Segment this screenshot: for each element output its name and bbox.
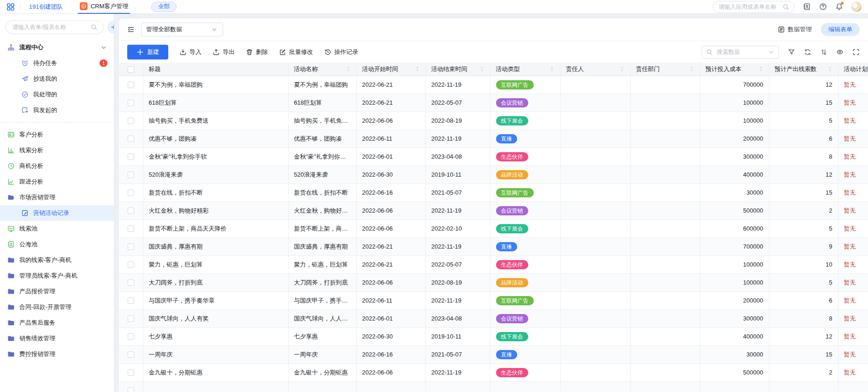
team-name[interactable]: 191创建团队 (26, 3, 66, 11)
table-row[interactable]: 金秋"豪"礼拿到你手软金秋"豪"礼拿到你手软2022-06-012023-04-… (119, 148, 868, 166)
sidebar-item-marketing-management[interactable]: 市场营销管理 (0, 190, 114, 205)
table-row[interactable]: 与国庆甲子，携手奏华章与国庆甲子，携手奏华章2022-06-112022-11-… (119, 291, 868, 309)
table-row[interactable]: 一周年庆一周年庆2022-06-162021-05-07直播3000015暂无 (119, 345, 868, 363)
row-checkbox[interactable] (128, 315, 134, 322)
sort-caret-icon[interactable] (479, 66, 484, 71)
row-checkbox[interactable] (128, 172, 134, 178)
sidebar-item-followup-analysis[interactable]: 跟进分析 (0, 174, 114, 190)
table-row[interactable]: 618巨划算618巨划算2022-06-212022-05-07会议营销1000… (119, 94, 868, 112)
column-header-owner[interactable]: 责任人 (560, 63, 630, 76)
sidebar-item-process-center[interactable]: 流程中心 (0, 40, 114, 55)
row-checkbox[interactable] (128, 333, 134, 340)
row-checkbox[interactable] (128, 118, 134, 124)
sidebar-item-todo-tasks[interactable]: 待办任务1 (0, 55, 114, 71)
sidebar-item-admin-leads-customers[interactable]: 管理员线索-客户-商机 (0, 268, 114, 284)
column-header-name[interactable]: 活动名称 (288, 63, 356, 76)
sidebar-item-after-sales-service[interactable]: 产品售后服务 (0, 315, 114, 331)
fullscreen-icon[interactable] (852, 48, 860, 56)
data-search[interactable] (702, 46, 779, 59)
contacts-icon[interactable] (803, 3, 811, 11)
sidebar-item-sales-performance[interactable]: 销售绩效管理 (0, 331, 114, 346)
table-row[interactable]: 优惠不够，团购凑优惠不够，团购凑2022-06-112022-11-19直播20… (119, 130, 868, 148)
view-selector[interactable]: 管理全部数据 (141, 23, 223, 36)
sort-icon[interactable] (820, 48, 827, 56)
sidebar-item-expense-reimbursement[interactable]: 费控报销管理 (0, 346, 114, 362)
table-row[interactable]: 金九银十，分期钜惠金九银十，分期钜惠2022-06-062022-11-19生态… (119, 363, 868, 381)
import-button[interactable]: 导入 (179, 48, 201, 56)
eye-icon[interactable] (836, 48, 844, 56)
sidebar-item-lead-pool[interactable]: 线索池 (0, 221, 114, 237)
form-search[interactable] (6, 20, 104, 34)
collapse-list-icon[interactable] (127, 26, 135, 33)
table-row[interactable]: 新货在线，折扣不断新货在线，折扣不断2022-06-162021-05-07互联… (119, 184, 868, 202)
row-checkbox[interactable] (128, 190, 134, 196)
sort-caret-icon[interactable] (549, 66, 555, 71)
export-button[interactable]: 导出 (213, 48, 235, 56)
global-search-input[interactable] (718, 3, 779, 11)
table-row[interactable]: 国庆气球向，人人有奖国庆气球向，人人有奖2022-06-012023-04-08… (119, 309, 868, 327)
sort-caret-icon[interactable] (415, 66, 420, 71)
sidebar-item-customer-analysis[interactable]: 客户分析 (0, 127, 114, 143)
sort-caret-icon[interactable] (689, 66, 694, 71)
table-row[interactable]: 七夕享惠七夕享惠2022-06-302019-10-11线下展会40000012… (119, 327, 868, 345)
app-grid-icon[interactable] (6, 3, 15, 11)
sidebar-item-my-leads-customers[interactable]: 我的线索-客户-商机 (0, 252, 114, 268)
new-record-button[interactable]: 新建 (127, 45, 168, 59)
row-checkbox[interactable] (128, 351, 134, 358)
filter-icon[interactable] (788, 48, 795, 56)
chevron-down-icon[interactable] (768, 48, 775, 56)
batch-edit-button[interactable]: 批量修改 (279, 48, 313, 56)
column-header-type[interactable]: 活动类型 (490, 63, 560, 76)
sidebar-item-opportunity-analysis[interactable]: 商机分析 (0, 158, 114, 174)
help-icon[interactable] (819, 3, 827, 11)
row-checkbox[interactable] (128, 82, 134, 88)
sidebar-item-product-quote-management[interactable]: 产品报价管理 (0, 284, 114, 299)
column-header-leads[interactable]: 预计产出线索数 (769, 63, 838, 76)
edit-form-button[interactable]: 编辑表单 (821, 23, 860, 36)
sort-caret-icon[interactable] (346, 66, 351, 71)
notification-bell-icon[interactable] (835, 3, 843, 11)
data-manage-button[interactable]: 数据管理 (778, 25, 812, 34)
row-checkbox[interactable] (128, 387, 134, 392)
add-form-button[interactable] (107, 21, 114, 34)
select-all-checkbox[interactable] (128, 66, 134, 73)
sidebar-item-marketing-activity-records[interactable]: 营销活动记录 (0, 205, 114, 221)
table-row[interactable]: 国庆盛典，厚惠有期国庆盛典，厚惠有期2022-06-212022-11-19直播… (119, 238, 868, 255)
table-row[interactable]: 火红金秋，购物好精彩火红金秋，购物好精彩2022-06-062022-11-19… (119, 202, 868, 220)
sidebar-item-cc-to-me[interactable]: 抄送我的 (0, 71, 114, 87)
row-checkbox[interactable] (128, 369, 134, 376)
row-checkbox[interactable] (128, 136, 134, 142)
column-header-cost[interactable]: 预计投入成本 (700, 63, 769, 76)
row-checkbox[interactable] (128, 100, 134, 106)
table-row[interactable]: 抽号购买，手机免费送抽号购买，手机免费送2022-06-062022-08-19… (119, 112, 868, 130)
table-row[interactable]: 新货不断上架，商品天天降价新货不断上架，商品天天降价2022-06-062022… (119, 220, 868, 238)
table-row[interactable]: 聚力，钜惠，巨划算聚力，钜惠，巨划算2022-06-212022-05-07生态… (119, 255, 868, 273)
row-checkbox[interactable] (128, 297, 134, 304)
form-search-input[interactable] (12, 24, 88, 31)
column-header-dept[interactable]: 责任部门 (630, 63, 700, 76)
scope-pill[interactable]: 全部 (151, 2, 177, 12)
sidebar-item-lead-analysis[interactable]: 线索分析 (0, 143, 114, 158)
row-checkbox[interactable] (128, 154, 134, 160)
sidebar-item-handled-by-me[interactable]: 我处理的 (0, 87, 114, 102)
sidebar-item-started-by-me[interactable]: 我发起的 (0, 102, 114, 118)
sidebar-item-public-sea-pool[interactable]: 公海池 (0, 237, 114, 252)
sort-caret-icon[interactable] (758, 66, 763, 71)
sidebar-item-contract-payment-invoice[interactable]: 合同-回款-开票管理 (0, 299, 114, 315)
data-search-input[interactable] (716, 48, 765, 56)
delete-button[interactable]: 删除 (246, 48, 268, 56)
sort-caret-icon[interactable] (827, 66, 833, 71)
table-row[interactable]: 大刀阔斧，打折到底大刀阔斧，打折到底2022-06-062022-08-19品牌… (119, 273, 868, 291)
operation-log-button[interactable]: 操作记录 (324, 48, 358, 56)
row-checkbox[interactable] (128, 208, 134, 214)
global-search[interactable] (713, 1, 795, 13)
tab-crm-app[interactable]: CRM客户管理 (78, 0, 130, 14)
table-row[interactable]: 520浪漫来袭520浪漫来袭2022-06-302019-10-11品牌活动40… (119, 166, 868, 184)
chevron-down-icon[interactable] (100, 44, 107, 51)
column-header-plan[interactable]: 活动计划 (838, 63, 868, 76)
column-header-start[interactable]: 活动开始时间 (356, 63, 425, 76)
row-checkbox[interactable] (128, 279, 134, 286)
row-checkbox[interactable] (128, 261, 134, 268)
table-row[interactable]: 夏不为例，幸福团购夏不为例，幸福团购2022-06-212022-11-19互联… (119, 76, 868, 94)
column-header-title[interactable]: 标题 (143, 63, 288, 76)
